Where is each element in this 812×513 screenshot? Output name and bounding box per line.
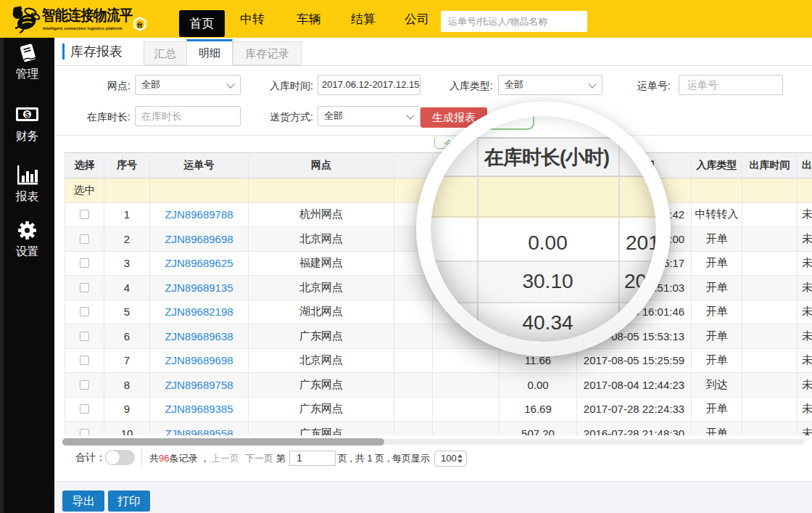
- svg-text:$: $: [25, 110, 29, 119]
- svg-text:台: 台: [137, 21, 144, 28]
